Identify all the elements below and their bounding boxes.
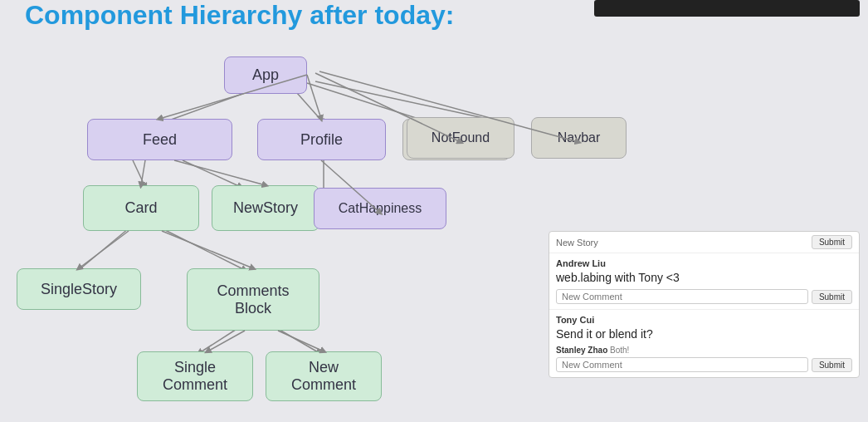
story2-comment-input[interactable] xyxy=(556,357,808,372)
story1-comment-input[interactable] xyxy=(556,289,808,304)
story1-comment-row: Submit xyxy=(556,289,852,304)
svg-line-7 xyxy=(79,228,129,270)
node-singlestory: SingleStory xyxy=(17,268,141,310)
preview-header: New Story Submit xyxy=(549,232,859,253)
top-bar xyxy=(594,0,860,17)
tree-diagram: App Feed Profile NotFound Navbar Card Ne… xyxy=(0,25,531,415)
story-section-2: Tony Cui Send it or blend it? Stanley Zh… xyxy=(549,310,859,377)
svg-line-5 xyxy=(183,160,241,187)
node-commentsblock: Comments Block xyxy=(187,268,319,331)
node-app: App xyxy=(224,56,307,94)
node-newcomment: New Comment xyxy=(266,351,382,401)
story2-comment-author: Stanley Zhao Both! xyxy=(556,346,852,355)
node-notfound-display: NotFound xyxy=(407,117,514,159)
node-profile: Profile xyxy=(257,119,386,160)
story2-author: Tony Cui xyxy=(556,315,852,325)
node-singlecomment: Single Comment xyxy=(137,351,253,401)
node-navbar-display: Navbar xyxy=(531,117,627,159)
node-cathappiness-display: CatHappiness xyxy=(314,188,446,229)
node-card: Card xyxy=(83,185,199,231)
story2-submit-btn[interactable]: Submit xyxy=(812,358,852,372)
story2-comment-row: Submit xyxy=(556,357,852,372)
story1-author: Andrew Liu xyxy=(556,258,852,268)
preview-submit-btn[interactable]: Submit xyxy=(812,235,852,249)
story-section-1: Andrew Liu web.labing with Tony <3 Submi… xyxy=(549,253,859,310)
svg-line-8 xyxy=(162,228,245,270)
story1-text: web.labing with Tony <3 xyxy=(556,271,852,284)
preview-header-label: New Story xyxy=(556,238,598,248)
preview-panel: New Story Submit Andrew Liu web.labing w… xyxy=(549,231,860,378)
svg-line-4 xyxy=(133,160,145,187)
node-feed: Feed xyxy=(87,119,232,160)
node-newstory: NewStory xyxy=(212,185,319,231)
story1-submit-btn[interactable]: Submit xyxy=(812,290,852,304)
story2-text: Send it or blend it? xyxy=(556,327,852,341)
